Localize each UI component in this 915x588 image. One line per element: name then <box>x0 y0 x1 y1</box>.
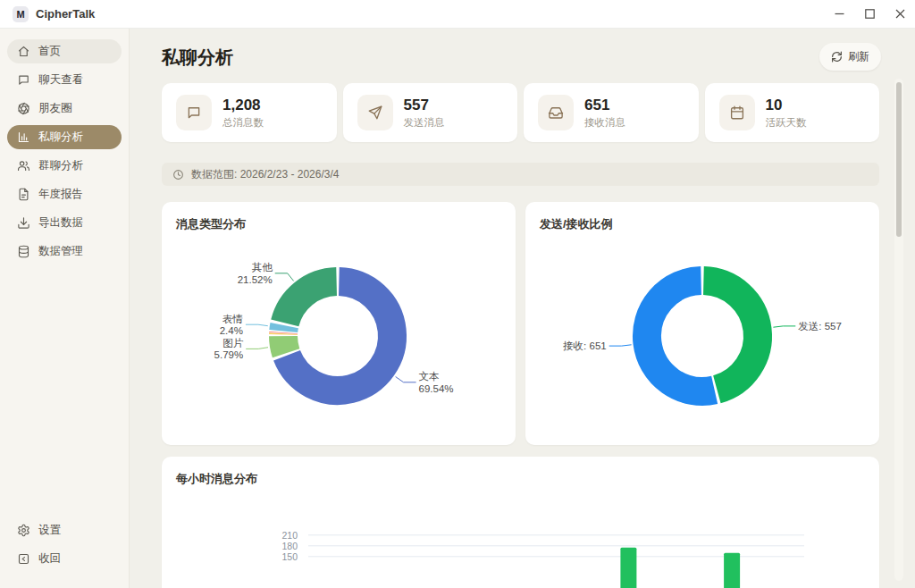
message-icon <box>176 95 212 130</box>
stat-card-message: 1,208总消息数 <box>162 83 337 142</box>
sidebar-item-bar-chart[interactable]: 私聊分析 <box>7 125 122 149</box>
sidebar-item-label: 设置 <box>38 523 61 538</box>
chart-label: 21.52% <box>238 274 273 285</box>
label-leader-line <box>773 326 795 327</box>
sidebar-item-export[interactable]: 导出数据 <box>7 211 122 235</box>
sidebar-footer: 设置收回 <box>7 518 122 575</box>
y-axis-tick-label: 210 <box>281 530 298 541</box>
donut-segment-图片[interactable] <box>283 336 286 353</box>
sidebar-item-gear[interactable]: 设置 <box>7 518 122 542</box>
label-leader-line <box>275 273 294 281</box>
hourly-bar-chart[interactable]: 210180150 <box>162 457 879 588</box>
stat-card-calendar: 10活跃天数 <box>705 83 880 142</box>
sidebar-item-report[interactable]: 年度报告 <box>7 182 122 206</box>
sidebar-item-label: 私聊分析 <box>38 130 83 145</box>
label-leader-line <box>609 345 632 346</box>
report-icon <box>17 188 30 201</box>
sidebar-item-label: 年度报告 <box>38 187 83 202</box>
send-icon <box>357 95 393 130</box>
y-axis-tick-label: 180 <box>281 541 298 551</box>
label-leader-line <box>246 324 268 326</box>
moments-icon <box>17 102 30 115</box>
page-title: 私聊分析 <box>162 45 233 70</box>
y-axis-tick-label: 150 <box>281 551 298 562</box>
stat-label: 总消息数 <box>222 116 264 130</box>
stats-row: 1,208总消息数557发送消息651接收消息10活跃天数 <box>162 83 879 142</box>
sidebar-item-home[interactable]: 首页 <box>7 39 122 63</box>
donut-segment-接收[interactable] <box>647 281 715 391</box>
group-icon <box>17 159 30 172</box>
minimize-button[interactable] <box>824 0 854 28</box>
sidebar-item-label: 数据管理 <box>38 244 83 259</box>
app-window: M CipherTalk 首页聊天查看朋友圈私聊分析群聊分析年度报告导出数据数据… <box>0 0 915 588</box>
hourly-bar[interactable] <box>724 553 740 588</box>
sidebar-item-label: 首页 <box>38 44 61 59</box>
scrollbar-track[interactable] <box>894 79 903 581</box>
window-controls <box>824 0 915 28</box>
sidebar-item-label: 收回 <box>38 551 61 567</box>
stat-label: 活跃天数 <box>766 116 807 130</box>
chart-label: 69.54% <box>419 383 454 394</box>
sidebar-item-label: 朋友圈 <box>38 101 72 116</box>
app-title: CipherTalk <box>36 7 95 21</box>
inbox-icon <box>538 95 574 130</box>
message-type-donut-chart[interactable]: 文本69.54%图片5.79%表情2.4%其他21.52% <box>162 202 516 445</box>
label-leader-line <box>246 348 268 349</box>
donut-segment-其他[interactable] <box>285 281 337 323</box>
minimize-icon <box>835 9 844 19</box>
donut-segment-表情[interactable] <box>283 325 284 331</box>
chart-label: 接收: 651 <box>563 340 607 351</box>
date-range-bar: 数据范围: 2026/2/23 - 2026/3/4 <box>162 163 879 186</box>
sidebar-item-database[interactable]: 数据管理 <box>7 239 122 264</box>
close-icon <box>895 9 905 19</box>
chart-card-send-receive: 发送/接收比例 发送: 557接收: 651 <box>525 202 879 445</box>
collapse-icon <box>17 552 30 566</box>
chart-card-hourly: 每小时消息分布 210180150 <box>162 457 879 588</box>
close-button[interactable] <box>885 0 915 28</box>
chart-label: 5.79% <box>214 349 244 360</box>
database-icon <box>17 245 30 258</box>
date-range-text: 数据范围: 2026/2/23 - 2026/3/4 <box>191 167 339 182</box>
sidebar-item-label: 导出数据 <box>38 215 83 231</box>
charts-row: 消息类型分布 文本69.54%图片5.79%表情2.4%其他21.52% 发送/… <box>162 202 879 445</box>
refresh-button[interactable]: 刷新 <box>819 43 881 71</box>
refresh-button-label: 刷新 <box>848 49 869 64</box>
label-leader-line <box>396 377 416 382</box>
chart-label: 发送: 557 <box>798 321 842 332</box>
app-logo-icon: M <box>13 6 29 22</box>
maximize-icon <box>865 9 875 19</box>
sidebar-item-label: 聊天查看 <box>38 72 83 88</box>
titlebar: M CipherTalk <box>0 0 915 29</box>
stat-value: 1,208 <box>222 97 264 114</box>
chart-label: 表情 <box>222 314 243 324</box>
sidebar: 首页聊天查看朋友圈私聊分析群聊分析年度报告导出数据数据管理 设置收回 <box>0 29 130 588</box>
content-area: 1,208总消息数557发送消息651接收消息10活跃天数 数据范围: 2026… <box>162 83 879 588</box>
stat-value: 557 <box>404 97 445 114</box>
chat-icon <box>17 73 30 87</box>
refresh-icon <box>831 51 843 63</box>
send-receive-donut-chart[interactable]: 发送: 557接收: 651 <box>525 202 879 445</box>
page-header: 私聊分析 刷新 <box>130 29 915 83</box>
app-logo-wrap: M CipherTalk <box>0 6 95 22</box>
home-icon <box>17 45 30 58</box>
sidebar-item-moments[interactable]: 朋友圈 <box>7 97 122 121</box>
stat-value: 651 <box>584 97 625 114</box>
sidebar-nav: 首页聊天查看朋友圈私聊分析群聊分析年度报告导出数据数据管理 <box>7 39 122 268</box>
hourly-bar[interactable] <box>620 548 636 588</box>
stat-card-inbox: 651接收消息 <box>524 83 699 142</box>
donut-segment-发送[interactable] <box>703 281 758 390</box>
chart-label: 2.4% <box>220 325 243 336</box>
sidebar-item-group[interactable]: 群聊分析 <box>7 154 122 178</box>
chart-card-message-types: 消息类型分布 文本69.54%图片5.79%表情2.4%其他21.52% <box>162 202 516 445</box>
bar-chart-icon <box>17 130 30 144</box>
sidebar-item-collapse[interactable]: 收回 <box>7 547 122 571</box>
maximize-button[interactable] <box>854 0 885 28</box>
scrollbar-thumb[interactable] <box>896 82 902 237</box>
main-panel: 私聊分析 刷新 1,208总消息数557发送消息651接收消息10活跃天数 数据… <box>130 29 915 588</box>
gear-icon <box>17 524 30 537</box>
sidebar-item-chat[interactable]: 聊天查看 <box>7 68 122 92</box>
chart-label: 图片 <box>222 338 244 349</box>
stat-value: 10 <box>766 97 807 114</box>
sidebar-item-label: 群聊分析 <box>38 158 83 173</box>
chart-label: 文本 <box>419 371 440 382</box>
